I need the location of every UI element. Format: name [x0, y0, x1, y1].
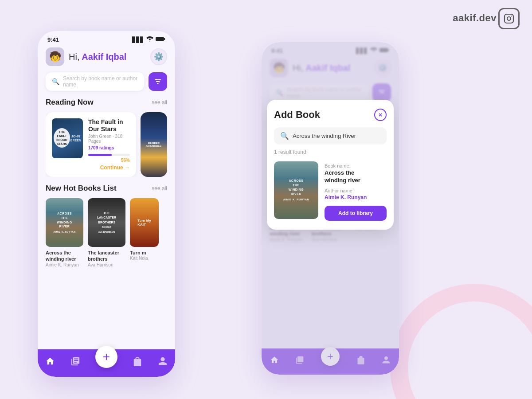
greeting-hi: Hi,	[69, 52, 79, 62]
phone-right: 9:41 ▋▋▋ 🧒 Hi, Aakif Iqbal ⚙️	[262, 42, 399, 375]
modal-title: Add Book	[274, 109, 320, 121]
add-to-library-button[interactable]: Add to library	[325, 206, 387, 221]
hot-books-header: New Hot Books List see all	[46, 184, 167, 193]
reading-card-inner: THE FAULT IN OUR STARS JOHN GREEN The Fa…	[52, 118, 130, 171]
search-input-left[interactable]: 🔍 Search by book name or author name	[46, 72, 144, 91]
search-icon-left: 🔍	[52, 78, 59, 85]
result-info: Book name: Across thewinding river Autho…	[325, 161, 387, 221]
modal-header: Add Book ×	[274, 109, 387, 121]
hot-books-title: New Hot Books List	[46, 184, 117, 193]
decorative-circle	[390, 284, 532, 399]
hot-book-2[interactable]: THELANCASTERBROTHERSBOXSETAVA HARRISON T…	[88, 198, 125, 267]
time-left: 9:41	[47, 36, 59, 43]
murder-cover-partial: MURDERGRENOBLE	[141, 112, 167, 177]
search-placeholder-left: Search by book name or author name	[63, 75, 138, 88]
user-name-left: Aakif Iqbal	[82, 52, 126, 62]
battery-icon	[156, 36, 165, 43]
nav-library[interactable]	[70, 356, 80, 366]
turn-cover: Turn MyKAIT	[130, 198, 159, 247]
modal-close-button[interactable]: ×	[374, 109, 387, 121]
book-ratings: 1709 ratings	[88, 145, 130, 150]
hot-book-1[interactable]: ACROSSTHEWINDINGRIVERAIMIE K. RUNYAN Acr…	[46, 198, 83, 267]
result-card: ACROSSTHEWINDINGRIVERAIMIE K. RUNYAN Boo…	[274, 161, 387, 221]
hot-books-see-all[interactable]: see all	[152, 185, 167, 192]
reading-partial-card: MURDERGRENOBLE	[141, 112, 167, 177]
book-title-main: The Fault in Our Stars	[88, 118, 130, 133]
svg-point-10	[157, 83, 159, 84]
result-book-name: Across thewinding river	[325, 169, 387, 184]
svg-point-9	[159, 81, 160, 82]
modal-search-bar[interactable]: 🔍 Across the winding River	[274, 127, 387, 145]
nav-add-button[interactable]: +	[95, 346, 117, 368]
instagram-icon[interactable]	[498, 8, 520, 29]
hot-book-3[interactable]: Turn MyKAIT Turn m Kait Nola	[130, 198, 159, 267]
hot-books-row: ACROSSTHEWINDINGRIVERAIMIE K. RUNYAN Acr…	[46, 198, 167, 267]
progress-bar	[88, 154, 130, 156]
brand-text: aakif.dev	[453, 12, 497, 24]
reading-now-title: Reading Now	[46, 98, 94, 107]
result-book-cover: ACROSSTHEWINDINGRIVERAIMIE K. RUNYAN	[274, 161, 318, 219]
progress-percent: 56%	[88, 158, 130, 163]
greeting-left: Hi, Aakif Iqbal	[69, 52, 150, 62]
status-icons-left: ▋▋▋	[132, 36, 165, 43]
result-author-name: Aimie K. Runyan	[325, 194, 387, 200]
book-info-left: The Fault in Our Stars John Green · 318 …	[88, 118, 130, 171]
continue-button[interactable]: Continue →	[88, 164, 130, 171]
book-name-label: Book name:	[325, 163, 387, 168]
wifi-icon	[146, 36, 153, 43]
modal-search-icon: 🔍	[280, 132, 289, 140]
modal-search-text: Across the winding River	[293, 133, 356, 139]
signal-icon: ▋▋▋	[132, 37, 144, 43]
filter-button-left[interactable]	[149, 72, 167, 91]
status-bar-left: 9:41 ▋▋▋	[38, 31, 175, 46]
across-cover: ACROSSTHEWINDINGRIVERAIMIE K. RUNYAN	[46, 198, 83, 247]
settings-button-left[interactable]: ⚙️	[150, 48, 167, 65]
lancaster-cover: THELANCASTERBROTHERSBOXSETAVA HARRISON	[88, 198, 125, 247]
hot-book-1-author: Aimie K. Runyan	[46, 262, 83, 267]
svg-rect-3	[156, 37, 164, 41]
book-meta: John Green · 318 Pages	[88, 134, 130, 144]
nav-profile[interactable]	[158, 356, 168, 366]
reading-now-header: Reading Now see all	[46, 98, 167, 107]
phone-left: 9:41 ▋▋▋ 🧒 Hi, Aakif Iqbal ⚙️ 🔍 Search	[38, 31, 175, 377]
hot-book-2-title: The lancaster brothers	[88, 250, 125, 262]
avatar-left: 🧒	[46, 47, 64, 66]
nav-shop[interactable]	[133, 356, 142, 366]
fault-stars-cover: THE FAULT IN OUR STARS JOHN GREEN	[52, 118, 83, 158]
reading-main-card: THE FAULT IN OUR STARS JOHN GREEN The Fa…	[46, 112, 136, 177]
hot-book-2-author: Ava Harrison	[88, 262, 125, 267]
svg-point-1	[507, 17, 511, 20]
reading-now-cards: THE FAULT IN OUR STARS JOHN GREEN The Fa…	[46, 112, 167, 177]
progress-fill	[88, 154, 112, 156]
svg-point-8	[156, 79, 157, 80]
header-row-left: 🧒 Hi, Aakif Iqbal ⚙️	[46, 46, 167, 66]
bottom-nav-left: +	[38, 349, 175, 377]
svg-point-2	[511, 16, 512, 17]
reading-now-see-all[interactable]: see all	[152, 99, 167, 106]
svg-rect-0	[505, 14, 513, 23]
hot-book-3-author: Kait Nola	[130, 256, 159, 261]
svg-rect-4	[164, 38, 165, 40]
nav-home[interactable]	[45, 356, 55, 366]
author-name-label: Author name:	[325, 188, 387, 193]
add-book-modal: Add Book × 🔍 Across the winding River 1 …	[267, 100, 394, 230]
hot-book-1-title: Across the winding river	[46, 250, 83, 262]
search-row-left: 🔍 Search by book name or author name	[46, 72, 167, 91]
result-count: 1 result found	[274, 149, 387, 155]
phone-left-content: 🧒 Hi, Aakif Iqbal ⚙️ 🔍 Search by book na…	[38, 46, 175, 267]
hot-book-3-title: Turn m	[130, 250, 159, 256]
